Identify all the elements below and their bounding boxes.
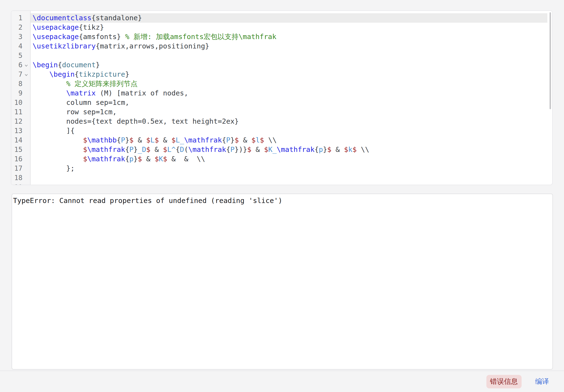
fold-spacer: [22, 173, 30, 182]
code-token: \documentclass: [33, 14, 91, 22]
code-token: [33, 136, 83, 144]
fold-chevron-icon[interactable]: [22, 60, 30, 70]
gutter-row: 12: [11, 117, 30, 126]
code-line[interactable]: ]{: [31, 126, 552, 136]
code-token: {: [315, 145, 319, 154]
code-token: \mathfrak: [87, 145, 125, 154]
code-token: }: [125, 136, 129, 144]
code-token: $: [138, 155, 142, 163]
gutter-row: 15: [11, 145, 30, 154]
code-line[interactable]: nodes={text depth=0.5ex, text height=2ex…: [31, 117, 552, 126]
code-token: & & \\: [167, 155, 205, 163]
fold-spacer: [22, 98, 30, 107]
fold-spacer: [22, 117, 30, 126]
code-line[interactable]: \usepackage{amsfonts} % 新增: 加载amsfonts宏包…: [31, 32, 552, 42]
code-token: $: [154, 136, 159, 144]
fold-spacer: [22, 164, 30, 173]
code-token: \\: [357, 145, 369, 154]
code-token: column sep=1cm,: [33, 98, 129, 107]
compile-button[interactable]: 编译: [535, 377, 549, 386]
vertical-scrollbar[interactable]: [550, 12, 551, 109]
code-line[interactable]: [31, 182, 552, 185]
code-token: \mathfrak: [277, 145, 315, 154]
code-token: &: [134, 136, 146, 144]
code-token: \\: [264, 136, 276, 144]
code-token: $: [344, 145, 348, 154]
code-token: K: [159, 155, 163, 163]
gutter-row: 2: [11, 23, 30, 32]
code-line[interactable]: \usetikzlibrary{matrix,arrows,positionin…: [31, 42, 552, 51]
code-line[interactable]: \usepackage{tikz}: [31, 23, 552, 32]
line-number: 6: [11, 60, 22, 70]
fold-spacer: [22, 13, 30, 23]
code-token: $: [129, 136, 134, 144]
code-token: \mathbb: [87, 136, 117, 144]
fold-spacer: [22, 32, 30, 42]
gutter-row: 8: [11, 79, 30, 88]
code-token: L: [151, 136, 154, 144]
code-token: ]{: [33, 126, 75, 135]
gutter-row: 6: [11, 60, 30, 70]
code-token: {amsfonts}: [79, 33, 125, 41]
fold-spacer: [22, 42, 30, 51]
code-token: L_: [176, 136, 184, 144]
code-line[interactable]: $\mathfrak{P}_D$ & $L^{D(\mathfrak{P})}$…: [31, 145, 552, 154]
code-token: &: [159, 136, 171, 144]
code-token: $: [154, 155, 159, 163]
line-number: 19: [11, 182, 22, 185]
code-token: nodes={text depth=0.5ex, text height=2ex…: [33, 117, 239, 125]
line-number: 8: [11, 79, 22, 88]
code-line[interactable]: \documentclass{standalone}: [31, 13, 547, 23]
code-token: D: [180, 145, 184, 154]
code-token: \mathfrak: [188, 145, 226, 154]
code-line[interactable]: column sep=1cm,: [31, 98, 552, 107]
fold-spacer: [22, 154, 30, 164]
code-token: &: [239, 136, 251, 144]
code-line[interactable]: $\mathbb{P}$ & $L$ & $L_\mathfrak{P}$ & …: [31, 136, 552, 145]
code-token: _D: [138, 145, 146, 154]
code-token: {: [222, 136, 226, 144]
code-line[interactable]: };: [31, 164, 552, 173]
gutter-row: 4: [11, 42, 30, 51]
line-number: 2: [11, 23, 22, 32]
code-token: \begin: [33, 61, 58, 69]
code-token: \matrix: [66, 89, 96, 97]
code-line[interactable]: row sep=1cm,: [31, 107, 552, 117]
gutter-row: 17: [11, 164, 30, 173]
code-token: \usepackage: [33, 23, 79, 31]
code-editor[interactable]: 12345678910111213141516171819 \documentc…: [11, 10, 553, 185]
gutter-row: 3: [11, 32, 30, 42]
fold-spacer: [22, 182, 30, 185]
line-number: 9: [11, 88, 22, 98]
fold-spacer: [22, 23, 30, 32]
code-token: \mathfrak: [87, 155, 125, 163]
code-area[interactable]: \documentclass{standalone}\usepackage{ti…: [31, 11, 552, 185]
code-token: {: [75, 70, 79, 78]
code-token: \mathfrak: [184, 136, 222, 144]
code-line[interactable]: % 定义矩阵来排列节点: [31, 79, 552, 88]
code-token: {matrix,arrows,positioning}: [96, 42, 209, 50]
fold-chevron-icon[interactable]: [22, 70, 30, 79]
code-token: $: [83, 155, 87, 163]
code-token: {: [125, 155, 129, 163]
code-token: &: [331, 145, 344, 154]
code-token: {: [58, 61, 62, 69]
code-line[interactable]: $\mathfrak{p}$ & $K$ & & \\: [31, 154, 552, 164]
fold-spacer: [22, 136, 30, 145]
code-token: }: [96, 61, 100, 69]
code-line[interactable]: [31, 51, 552, 60]
code-token: {: [226, 145, 230, 154]
line-number: 1: [11, 13, 22, 23]
code-line[interactable]: \begin{tikzpicture}: [31, 70, 552, 79]
code-line[interactable]: [31, 173, 552, 182]
code-token: $: [163, 155, 167, 163]
code-line[interactable]: \begin{document}: [31, 60, 552, 70]
line-number-gutter: 12345678910111213141516171819: [11, 11, 31, 185]
line-number: 16: [11, 154, 22, 164]
error-info-button[interactable]: 错误信息: [486, 375, 522, 388]
line-number: 7: [11, 70, 22, 79]
code-token: P: [226, 136, 230, 144]
code-line[interactable]: \matrix (M) [matrix of nodes,: [31, 88, 552, 98]
code-token: &: [151, 145, 163, 154]
error-output-panel[interactable]: TypeError: Cannot read properties of und…: [12, 194, 553, 370]
